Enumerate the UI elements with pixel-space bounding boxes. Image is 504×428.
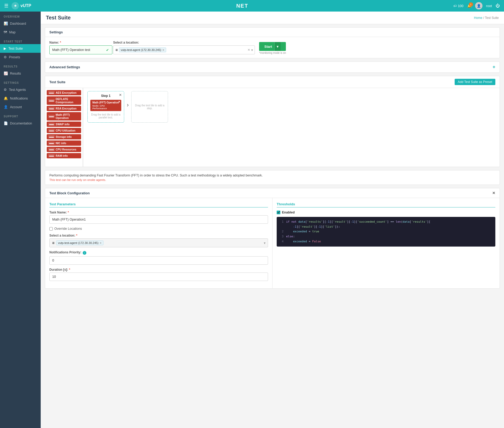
main-content: Test Suite Home / Test Suite Settings Na… [41, 12, 504, 428]
config-card: Test Block Configuration ✕ Test Paramete… [45, 188, 500, 289]
test-item-icon: ▬▬ [48, 135, 55, 138]
config-params-section: Test Parameters Task Name: * Override Lo… [45, 198, 272, 288]
sidebar-item-results[interactable]: 📈 Results [0, 69, 41, 78]
test-item-icon: ▬▬ [48, 142, 55, 145]
sidebar-item-dashboard[interactable]: 📊 Dashboard [0, 19, 41, 28]
enabled-checkbox[interactable] [277, 211, 280, 214]
location-tag: vutp-test-agent (172.30.30.245) ✕ [119, 48, 166, 52]
settings-card-body: Name: * ✔ Select a location: 🖥 [45, 37, 500, 58]
config-location-tag-remove[interactable]: ✕ [99, 242, 102, 244]
test-list-item[interactable]: ▬▬DEFLATE Compression [47, 96, 81, 105]
location-tag-icon: 🖥 [115, 48, 118, 51]
name-check-icon: ✔ [106, 48, 109, 52]
location-tag-remove[interactable]: ✕ [162, 49, 164, 51]
notifications-bell[interactable]: 🔔 1 [467, 4, 471, 8]
step-1-close-icon[interactable]: ✕ [119, 93, 122, 97]
test-list-item[interactable]: ▬▬CPU Resources [47, 147, 81, 152]
test-list-item[interactable]: ▬▬RAM info [47, 153, 81, 158]
name-input[interactable] [49, 45, 112, 54]
notif-sidebar-icon: 🔔 [4, 96, 8, 100]
hamburger-icon[interactable]: ☰ [4, 3, 8, 9]
description-area: Performs computing demanding Fast Fourie… [45, 170, 500, 185]
account-icon: 👤 [4, 105, 8, 109]
step-test-tile[interactable]: Math (FFT) Operation ✕ Node: CPU Perform… [90, 100, 121, 111]
avatar[interactable]: 👤 [475, 2, 482, 9]
code-line-2: 2 exceeded = true [280, 229, 492, 234]
test-item-icon: ▬▬ [48, 91, 55, 94]
breadcrumb-home[interactable]: Home [474, 16, 482, 20]
page-header: Test Suite Home / Test Suite [41, 12, 504, 24]
config-location-selector[interactable]: 🖥 vutp-test-agent (172.30.30.245) ✕ ▾ [49, 238, 268, 247]
duration-label: Duration [s]: * [49, 268, 268, 272]
sidebar-item-notifications[interactable]: 🔔 Notifications [0, 94, 41, 103]
app-logo: ★ vUTP [12, 2, 31, 9]
test-list-item[interactable]: ▬▬Math (FFT) Operation [47, 112, 81, 121]
sidebar-item-testsuite[interactable]: ▶ Test Suite [0, 44, 41, 53]
location-clear-icon[interactable]: ✕ [248, 48, 250, 52]
step-next-box: Drag the test tile to add a step. [131, 91, 168, 123]
task-name-input[interactable] [49, 215, 268, 224]
override-locations-checkbox[interactable] [49, 227, 53, 231]
override-locations-row: Override Locations [49, 227, 268, 231]
test-list-item[interactable]: ▬▬NIC info [47, 140, 81, 146]
notif-badge: 1 [469, 2, 473, 7]
start-dropdown-arrow[interactable]: ▾ [274, 42, 281, 51]
sidebar-section-overview: OVERVIEW [0, 12, 41, 19]
test-list-item[interactable]: ▬▬SWAP info [47, 122, 81, 127]
step-1-box: Step 1 ✕ Math (FFT) Operation ✕ Node: CP… [87, 91, 124, 123]
step-test-tile-close[interactable]: ✕ [118, 100, 120, 103]
sidebar: OVERVIEW 📊 Dashboard 🗺 Map START TEST ▶ … [0, 12, 41, 428]
config-body: Test Parameters Task Name: * Override Lo… [45, 198, 500, 288]
test-suite-card: Test Suite Add Test Suite as Preset ▬▬AE… [45, 76, 500, 167]
enabled-label: Enabled [282, 211, 295, 214]
sidebar-item-testagents[interactable]: ⚙ Test Agents [0, 85, 41, 94]
thresholds-title: Thresholds [277, 202, 495, 207]
page-title: Test Suite [46, 15, 71, 21]
sidebar-section-support: SUPPORT [0, 111, 41, 119]
step-arrow: › [127, 91, 129, 108]
breadcrumb-current: Test Suite [485, 16, 499, 20]
map-icon: 🗺 [4, 30, 7, 34]
topnav: ☰ ★ vUTP NET 🏷 100 🔔 1 👤 root ⏻ [0, 0, 504, 12]
presets-icon: ⚙ [4, 55, 7, 59]
sidebar-item-presets[interactable]: ⚙ Presets [0, 53, 41, 61]
testsuite-icon: ▶ [4, 46, 6, 50]
test-item-icon: ▬▬ [48, 154, 55, 157]
advanced-settings-header[interactable]: Advanced Settings + [45, 62, 500, 72]
start-button[interactable]: Start ▾ [259, 42, 286, 51]
test-list-item[interactable]: ▬▬Storage info [47, 134, 81, 139]
sidebar-item-account[interactable]: 👤 Account [0, 103, 41, 111]
test-list-item[interactable]: ▬▬CPU Utilization [47, 128, 81, 133]
duration-input[interactable] [49, 273, 268, 281]
power-icon[interactable]: ⏻ [496, 3, 500, 8]
params-title: Test Parameters [49, 202, 268, 207]
name-field-group: Name: * ✔ [49, 41, 109, 54]
step-parallel-hint: Drag the test tile to add a parallel tes… [90, 113, 121, 119]
settings-card-header: Settings [45, 28, 500, 37]
agents-icon: ⚙ [4, 88, 7, 92]
notif-priority-input[interactable] [49, 256, 268, 265]
location-selector[interactable]: 🖥 vutp-test-agent (172.30.30.245) ✕ ✕ ▾ [113, 45, 255, 54]
config-location-icon: 🖥 [52, 241, 55, 244]
sidebar-item-map[interactable]: 🗺 Map [0, 28, 41, 36]
test-list-item[interactable]: ▬▬AES Encryption [47, 90, 81, 95]
test-item-icon: ▬▬ [48, 123, 55, 126]
test-item-icon: ▬▬ [48, 129, 55, 132]
sidebar-item-documentation[interactable]: 📄 Documentation [0, 119, 41, 128]
location-dropdown-icon[interactable]: ▾ [251, 48, 253, 52]
config-close-icon[interactable]: ✕ [492, 191, 495, 195]
task-name-label: Task Name: * [49, 211, 268, 214]
code-line-4: 4 exceeded = False [280, 239, 492, 244]
location-label: Select a location: [113, 41, 255, 44]
settings-card: Settings Name: * ✔ Sele [45, 27, 500, 58]
breadcrumb: Home / Test Suite [474, 16, 499, 20]
select-location-label: Select a location: * [49, 234, 268, 237]
override-locations-label: Override Locations [54, 227, 82, 231]
add-preset-button[interactable]: Add Test Suite as Preset [455, 79, 495, 85]
config-location-dropdown-icon[interactable]: ▾ [264, 241, 266, 245]
config-thresholds-section: Thresholds Enabled 1 if not data['result… [272, 198, 500, 288]
dashboard-icon: 📊 [4, 22, 8, 25]
credits-display: 🏷 100 [453, 4, 464, 8]
test-list-item[interactable]: ▬▬RSA Encryption [47, 106, 81, 111]
advanced-settings-card: Advanced Settings + [45, 61, 500, 73]
